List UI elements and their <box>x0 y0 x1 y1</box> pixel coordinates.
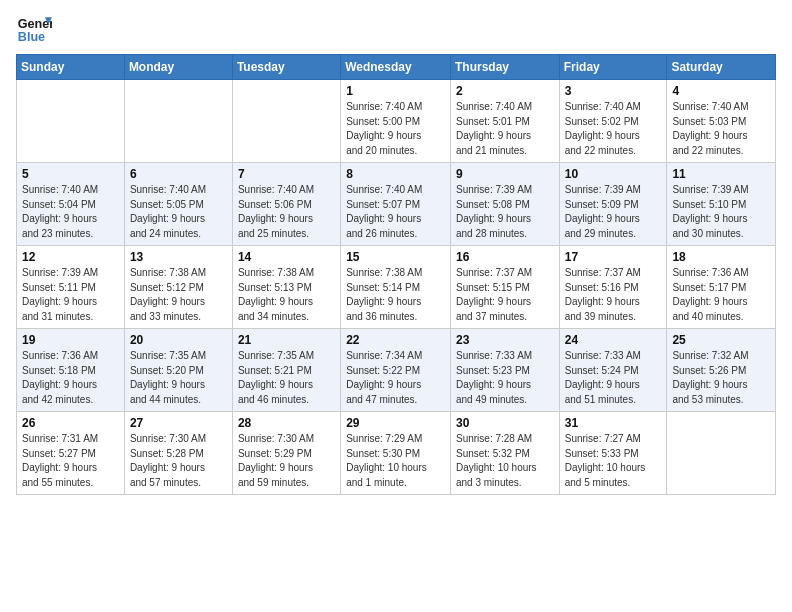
day-info: Sunrise: 7:40 AM Sunset: 5:04 PM Dayligh… <box>22 183 119 241</box>
calendar-week-row: 1Sunrise: 7:40 AM Sunset: 5:00 PM Daylig… <box>17 80 776 163</box>
day-info: Sunrise: 7:38 AM Sunset: 5:14 PM Dayligh… <box>346 266 445 324</box>
weekday-header: Thursday <box>450 55 559 80</box>
calendar-cell: 12Sunrise: 7:39 AM Sunset: 5:11 PM Dayli… <box>17 246 125 329</box>
calendar-cell: 21Sunrise: 7:35 AM Sunset: 5:21 PM Dayli… <box>232 329 340 412</box>
calendar-cell <box>667 412 776 495</box>
day-info: Sunrise: 7:40 AM Sunset: 5:07 PM Dayligh… <box>346 183 445 241</box>
day-number: 11 <box>672 167 770 181</box>
calendar-cell: 23Sunrise: 7:33 AM Sunset: 5:23 PM Dayli… <box>450 329 559 412</box>
calendar-cell: 5Sunrise: 7:40 AM Sunset: 5:04 PM Daylig… <box>17 163 125 246</box>
day-info: Sunrise: 7:29 AM Sunset: 5:30 PM Dayligh… <box>346 432 445 490</box>
day-number: 20 <box>130 333 227 347</box>
calendar-cell: 13Sunrise: 7:38 AM Sunset: 5:12 PM Dayli… <box>124 246 232 329</box>
weekday-header: Monday <box>124 55 232 80</box>
day-info: Sunrise: 7:27 AM Sunset: 5:33 PM Dayligh… <box>565 432 662 490</box>
calendar-cell: 14Sunrise: 7:38 AM Sunset: 5:13 PM Dayli… <box>232 246 340 329</box>
calendar-cell: 19Sunrise: 7:36 AM Sunset: 5:18 PM Dayli… <box>17 329 125 412</box>
calendar-cell: 27Sunrise: 7:30 AM Sunset: 5:28 PM Dayli… <box>124 412 232 495</box>
day-number: 9 <box>456 167 554 181</box>
day-info: Sunrise: 7:40 AM Sunset: 5:00 PM Dayligh… <box>346 100 445 158</box>
calendar-week-row: 19Sunrise: 7:36 AM Sunset: 5:18 PM Dayli… <box>17 329 776 412</box>
day-number: 31 <box>565 416 662 430</box>
day-info: Sunrise: 7:34 AM Sunset: 5:22 PM Dayligh… <box>346 349 445 407</box>
weekday-header: Wednesday <box>341 55 451 80</box>
day-number: 12 <box>22 250 119 264</box>
day-number: 19 <box>22 333 119 347</box>
calendar-cell <box>232 80 340 163</box>
weekday-header: Sunday <box>17 55 125 80</box>
day-info: Sunrise: 7:40 AM Sunset: 5:01 PM Dayligh… <box>456 100 554 158</box>
day-info: Sunrise: 7:30 AM Sunset: 5:28 PM Dayligh… <box>130 432 227 490</box>
calendar-cell: 24Sunrise: 7:33 AM Sunset: 5:24 PM Dayli… <box>559 329 667 412</box>
calendar-cell <box>17 80 125 163</box>
day-number: 27 <box>130 416 227 430</box>
logo-icon: General Blue <box>16 10 52 46</box>
day-number: 1 <box>346 84 445 98</box>
calendar-cell <box>124 80 232 163</box>
day-info: Sunrise: 7:36 AM Sunset: 5:18 PM Dayligh… <box>22 349 119 407</box>
day-info: Sunrise: 7:39 AM Sunset: 5:08 PM Dayligh… <box>456 183 554 241</box>
day-info: Sunrise: 7:38 AM Sunset: 5:13 PM Dayligh… <box>238 266 335 324</box>
day-number: 14 <box>238 250 335 264</box>
day-number: 15 <box>346 250 445 264</box>
calendar-week-row: 12Sunrise: 7:39 AM Sunset: 5:11 PM Dayli… <box>17 246 776 329</box>
calendar-cell: 15Sunrise: 7:38 AM Sunset: 5:14 PM Dayli… <box>341 246 451 329</box>
day-number: 6 <box>130 167 227 181</box>
calendar-cell: 31Sunrise: 7:27 AM Sunset: 5:33 PM Dayli… <box>559 412 667 495</box>
day-number: 2 <box>456 84 554 98</box>
day-info: Sunrise: 7:31 AM Sunset: 5:27 PM Dayligh… <box>22 432 119 490</box>
day-info: Sunrise: 7:40 AM Sunset: 5:05 PM Dayligh… <box>130 183 227 241</box>
day-number: 5 <box>22 167 119 181</box>
calendar-cell: 2Sunrise: 7:40 AM Sunset: 5:01 PM Daylig… <box>450 80 559 163</box>
calendar-cell: 18Sunrise: 7:36 AM Sunset: 5:17 PM Dayli… <box>667 246 776 329</box>
day-number: 4 <box>672 84 770 98</box>
day-number: 21 <box>238 333 335 347</box>
day-number: 3 <box>565 84 662 98</box>
calendar-cell: 30Sunrise: 7:28 AM Sunset: 5:32 PM Dayli… <box>450 412 559 495</box>
day-number: 26 <box>22 416 119 430</box>
header: General Blue <box>16 10 776 46</box>
calendar-cell: 25Sunrise: 7:32 AM Sunset: 5:26 PM Dayli… <box>667 329 776 412</box>
day-number: 13 <box>130 250 227 264</box>
calendar-cell: 22Sunrise: 7:34 AM Sunset: 5:22 PM Dayli… <box>341 329 451 412</box>
day-number: 17 <box>565 250 662 264</box>
day-info: Sunrise: 7:35 AM Sunset: 5:21 PM Dayligh… <box>238 349 335 407</box>
day-info: Sunrise: 7:40 AM Sunset: 5:06 PM Dayligh… <box>238 183 335 241</box>
day-info: Sunrise: 7:33 AM Sunset: 5:23 PM Dayligh… <box>456 349 554 407</box>
day-number: 8 <box>346 167 445 181</box>
calendar-cell: 10Sunrise: 7:39 AM Sunset: 5:09 PM Dayli… <box>559 163 667 246</box>
svg-text:Blue: Blue <box>18 30 45 44</box>
calendar-cell: 28Sunrise: 7:30 AM Sunset: 5:29 PM Dayli… <box>232 412 340 495</box>
day-info: Sunrise: 7:40 AM Sunset: 5:02 PM Dayligh… <box>565 100 662 158</box>
day-number: 24 <box>565 333 662 347</box>
logo: General Blue <box>16 10 56 46</box>
day-number: 16 <box>456 250 554 264</box>
day-info: Sunrise: 7:37 AM Sunset: 5:16 PM Dayligh… <box>565 266 662 324</box>
calendar-cell: 7Sunrise: 7:40 AM Sunset: 5:06 PM Daylig… <box>232 163 340 246</box>
calendar-cell: 16Sunrise: 7:37 AM Sunset: 5:15 PM Dayli… <box>450 246 559 329</box>
day-number: 18 <box>672 250 770 264</box>
day-number: 30 <box>456 416 554 430</box>
day-info: Sunrise: 7:33 AM Sunset: 5:24 PM Dayligh… <box>565 349 662 407</box>
calendar-cell: 1Sunrise: 7:40 AM Sunset: 5:00 PM Daylig… <box>341 80 451 163</box>
calendar-cell: 3Sunrise: 7:40 AM Sunset: 5:02 PM Daylig… <box>559 80 667 163</box>
weekday-header: Saturday <box>667 55 776 80</box>
calendar-cell: 6Sunrise: 7:40 AM Sunset: 5:05 PM Daylig… <box>124 163 232 246</box>
weekday-header: Friday <box>559 55 667 80</box>
day-number: 7 <box>238 167 335 181</box>
day-info: Sunrise: 7:39 AM Sunset: 5:11 PM Dayligh… <box>22 266 119 324</box>
calendar-cell: 4Sunrise: 7:40 AM Sunset: 5:03 PM Daylig… <box>667 80 776 163</box>
calendar-header-row: SundayMondayTuesdayWednesdayThursdayFrid… <box>17 55 776 80</box>
calendar-cell: 9Sunrise: 7:39 AM Sunset: 5:08 PM Daylig… <box>450 163 559 246</box>
calendar: SundayMondayTuesdayWednesdayThursdayFrid… <box>16 54 776 495</box>
day-info: Sunrise: 7:39 AM Sunset: 5:09 PM Dayligh… <box>565 183 662 241</box>
calendar-cell: 17Sunrise: 7:37 AM Sunset: 5:16 PM Dayli… <box>559 246 667 329</box>
day-number: 28 <box>238 416 335 430</box>
day-info: Sunrise: 7:35 AM Sunset: 5:20 PM Dayligh… <box>130 349 227 407</box>
day-info: Sunrise: 7:32 AM Sunset: 5:26 PM Dayligh… <box>672 349 770 407</box>
day-info: Sunrise: 7:38 AM Sunset: 5:12 PM Dayligh… <box>130 266 227 324</box>
calendar-week-row: 5Sunrise: 7:40 AM Sunset: 5:04 PM Daylig… <box>17 163 776 246</box>
calendar-cell: 29Sunrise: 7:29 AM Sunset: 5:30 PM Dayli… <box>341 412 451 495</box>
day-info: Sunrise: 7:28 AM Sunset: 5:32 PM Dayligh… <box>456 432 554 490</box>
day-number: 29 <box>346 416 445 430</box>
